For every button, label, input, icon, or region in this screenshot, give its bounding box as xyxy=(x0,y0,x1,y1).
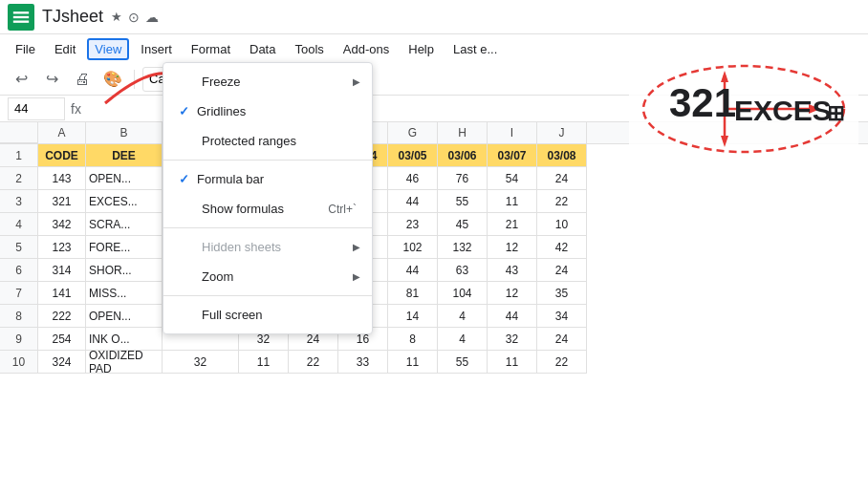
cell-g5[interactable]: 102 xyxy=(388,236,438,259)
cell-f10[interactable]: 33 xyxy=(338,351,388,374)
cell-reference[interactable]: 44 xyxy=(8,97,65,120)
svg-text:⊞: ⊞ xyxy=(827,101,844,125)
cell-a6[interactable]: 314 xyxy=(38,259,86,282)
cell-g7[interactable]: 81 xyxy=(388,282,438,305)
cell-i8[interactable]: 44 xyxy=(488,305,537,328)
cell-j2[interactable]: 24 xyxy=(537,167,587,190)
cell-j6[interactable]: 24 xyxy=(537,259,587,282)
col-header-j[interactable]: J xyxy=(537,122,587,143)
cell-j5[interactable]: 42 xyxy=(537,236,587,259)
cell-g2[interactable]: 46 xyxy=(388,167,438,190)
history-icon[interactable]: ⊙ xyxy=(128,10,140,25)
cell-h10[interactable]: 55 xyxy=(438,351,488,374)
print-button[interactable]: 🖨 xyxy=(69,66,96,93)
cell-d10[interactable]: 11 xyxy=(239,351,289,374)
cell-h9[interactable]: 4 xyxy=(438,328,488,351)
fx-label: fx xyxy=(71,101,81,117)
cell-b5[interactable]: FORE... xyxy=(86,236,163,259)
cell-g1[interactable]: 03/05 xyxy=(388,144,438,167)
cell-a5[interactable]: 123 xyxy=(38,236,86,259)
col-header-g[interactable]: G xyxy=(388,122,438,143)
cell-i6[interactable]: 43 xyxy=(488,259,537,282)
row-num-4: 4 xyxy=(0,213,38,236)
cell-h2[interactable]: 76 xyxy=(438,167,488,190)
cell-i5[interactable]: 12 xyxy=(488,236,537,259)
cell-h7[interactable]: 104 xyxy=(438,282,488,305)
col-header-a[interactable]: A xyxy=(38,122,86,143)
cell-b8[interactable]: OPEN... xyxy=(86,305,163,328)
cell-b1[interactable]: DEE xyxy=(86,144,163,167)
menu-help[interactable]: Help xyxy=(401,39,442,59)
cell-a1[interactable]: CODE xyxy=(38,144,86,167)
dropdown-zoom[interactable]: Zoom xyxy=(163,262,372,291)
menu-format[interactable]: Format xyxy=(184,39,238,59)
cell-g10[interactable]: 11 xyxy=(388,351,438,374)
cell-b10[interactable]: OXIDIZED PAD xyxy=(86,351,163,374)
dropdown-formula-bar[interactable]: Formula bar xyxy=(163,164,372,194)
cell-b7[interactable]: MISS... xyxy=(86,282,163,305)
menu-tools[interactable]: Tools xyxy=(287,39,331,59)
cell-e10[interactable]: 22 xyxy=(289,351,338,374)
star-icon[interactable]: ★ xyxy=(111,10,122,24)
cell-b6[interactable]: SHOR... xyxy=(86,259,163,282)
menu-view[interactable]: View xyxy=(87,38,129,60)
cell-g8[interactable]: 14 xyxy=(388,305,438,328)
cell-b2[interactable]: OPEN... xyxy=(86,167,163,190)
cell-i3[interactable]: 11 xyxy=(488,190,537,213)
cell-a3[interactable]: 321 xyxy=(38,190,86,213)
cell-g9[interactable]: 8 xyxy=(388,328,438,351)
cell-j9[interactable]: 24 xyxy=(537,328,587,351)
cell-i1[interactable]: 03/07 xyxy=(488,144,537,167)
cell-j10[interactable]: 22 xyxy=(537,351,587,374)
cell-a8[interactable]: 222 xyxy=(38,305,86,328)
cloud-icon[interactable]: ☁ xyxy=(145,10,159,25)
col-header-h[interactable]: H xyxy=(438,122,488,143)
menu-last[interactable]: Last e... xyxy=(445,39,505,59)
cell-g6[interactable]: 44 xyxy=(388,259,438,282)
menu-data[interactable]: Data xyxy=(242,39,283,59)
cell-h3[interactable]: 55 xyxy=(438,190,488,213)
cell-a7[interactable]: 141 xyxy=(38,282,86,305)
cell-h5[interactable]: 132 xyxy=(438,236,488,259)
cell-h1[interactable]: 03/06 xyxy=(438,144,488,167)
cell-j1[interactable]: 03/08 xyxy=(537,144,587,167)
cell-i9[interactable]: 32 xyxy=(488,328,537,351)
dropdown-protected-ranges[interactable]: Protected ranges xyxy=(163,126,372,156)
cell-h8[interactable]: 4 xyxy=(438,305,488,328)
cell-j8[interactable]: 34 xyxy=(537,305,587,328)
cell-i2[interactable]: 54 xyxy=(488,167,537,190)
cell-g3[interactable]: 44 xyxy=(388,190,438,213)
cell-g4[interactable]: 23 xyxy=(388,213,438,236)
dropdown-freeze[interactable]: Freeze xyxy=(163,67,372,96)
cell-b9[interactable]: INK O... xyxy=(86,328,163,351)
spreadsheet-title[interactable]: TJsheet xyxy=(42,7,103,27)
cell-i4[interactable]: 21 xyxy=(488,213,537,236)
cell-h6[interactable]: 63 xyxy=(438,259,488,282)
menu-file[interactable]: File xyxy=(8,39,43,59)
cell-j7[interactable]: 35 xyxy=(537,282,587,305)
col-header-b[interactable]: B xyxy=(86,122,163,143)
freeze-label: Freeze xyxy=(202,75,240,89)
undo-button[interactable]: ↩ xyxy=(8,66,34,93)
cell-h4[interactable]: 45 xyxy=(438,213,488,236)
menu-insert[interactable]: Insert xyxy=(133,39,180,59)
dropdown-gridlines[interactable]: Gridlines xyxy=(163,96,372,126)
cell-a2[interactable]: 143 xyxy=(38,167,86,190)
cell-i10[interactable]: 11 xyxy=(488,351,537,374)
cell-c10[interactable]: 32 xyxy=(163,351,239,374)
menu-addons[interactable]: Add-ons xyxy=(336,39,397,59)
cell-b4[interactable]: SCRA... xyxy=(86,213,163,236)
cell-a9[interactable]: 254 xyxy=(38,328,86,351)
paint-format-button[interactable]: 🎨 xyxy=(99,66,126,93)
cell-a10[interactable]: 324 xyxy=(38,351,86,374)
col-header-i[interactable]: I xyxy=(488,122,537,143)
dropdown-full-screen[interactable]: Full screen xyxy=(163,300,372,330)
cell-i7[interactable]: 12 xyxy=(488,282,537,305)
cell-a4[interactable]: 342 xyxy=(38,213,86,236)
cell-b3[interactable]: EXCES... xyxy=(86,190,163,213)
menu-edit[interactable]: Edit xyxy=(47,39,83,59)
dropdown-show-formulas[interactable]: Show formulas Ctrl+` xyxy=(163,194,372,224)
cell-j3[interactable]: 22 xyxy=(537,190,587,213)
cell-j4[interactable]: 10 xyxy=(537,213,587,236)
redo-button[interactable]: ↪ xyxy=(38,66,65,93)
